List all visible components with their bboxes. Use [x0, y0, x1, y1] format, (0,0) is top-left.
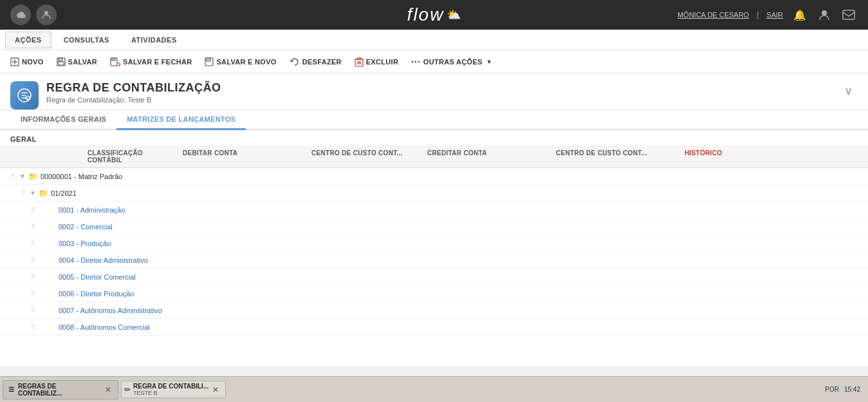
page-header: $ REGRA DE CONTABILIZAÇÃO Regra de Conta…: [0, 73, 868, 110]
table-header: CLASSIFICAÇÃO CONTÁBIL DEBITAR CONTA CEN…: [0, 146, 868, 168]
section-label: GERAL: [0, 130, 868, 146]
bell-icon[interactable]: 🔔: [791, 6, 809, 24]
tree-row-0007[interactable]: ⠿ 0007 - Autônomos Administrativo: [0, 302, 868, 319]
toolbar: NOVO SALVAR SALVAR E FECHAR SALVAR E NOV…: [0, 50, 868, 73]
outras-acoes-icon: ···: [411, 57, 421, 67]
drag-handle[interactable]: ⠿: [10, 173, 15, 180]
novo-icon: [10, 57, 19, 66]
page-icon: $: [10, 81, 39, 110]
drag-handle-9[interactable]: ⠿: [31, 323, 35, 330]
drag-handle-8[interactable]: ⠿: [31, 307, 35, 314]
tree-expand-0[interactable]: ▼: [17, 171, 28, 182]
top-bar: flow ⛅ MÔNICA DE CESARO | SAIR 🔔: [0, 0, 868, 30]
tree-text-0007[interactable]: 0007 - Autônomos Administrativo: [59, 307, 162, 314]
drag-handle-4[interactable]: ⠿: [31, 240, 35, 247]
salvar-novo-icon: [205, 57, 214, 66]
nav-consultas[interactable]: CONSULTAS: [54, 32, 119, 48]
salvar-fechar-button[interactable]: SALVAR E FECHAR: [105, 55, 197, 68]
tree-row-periodo[interactable]: ⠿ ▼ 📁 01/2021: [0, 185, 868, 202]
svg-rect-0: [44, 11, 48, 15]
nav-acoes[interactable]: AÇÕES: [5, 32, 51, 48]
salvar-fechar-label: SALVAR E FECHAR: [123, 58, 192, 66]
drag-handle-7[interactable]: ⠿: [31, 290, 35, 297]
tree-text-0005[interactable]: 0005 - Diretor Comercial: [59, 273, 136, 281]
salvar-icon: [57, 57, 66, 66]
tree-text-0008[interactable]: 0008 - Autônomos Comercial: [59, 323, 150, 331]
novo-label: NOVO: [22, 58, 44, 66]
collapse-button[interactable]: ∨: [839, 81, 858, 100]
tree-row-0002[interactable]: ⠿ 0002 - Comercial: [0, 218, 868, 235]
tree-row-0003[interactable]: ⠿ 0003 - Produção: [0, 235, 868, 252]
logo-area: flow ⛅: [407, 5, 461, 25]
salvar-fechar-icon: [110, 57, 120, 66]
tree-text-periodo: 01/2021: [51, 189, 77, 197]
outras-acoes-button[interactable]: ··· OUTRAS AÇÕES ▼: [406, 55, 497, 69]
svg-point-1: [822, 10, 827, 15]
col-header-centro-debitar: CENTRO DE CUSTO CONT...: [306, 146, 422, 168]
drag-handle-2[interactable]: ⠿: [31, 206, 35, 213]
user-profile-icon[interactable]: [815, 6, 833, 24]
page-header-left: $ REGRA DE CONTABILIZAÇÃO Regra de Conta…: [10, 81, 221, 110]
folder-parent-icon: 📁: [28, 171, 38, 182]
drag-handle-3[interactable]: ⠿: [31, 223, 35, 230]
novo-button[interactable]: NOVO: [5, 55, 49, 68]
folder-icon-periodo: 📁: [38, 188, 48, 198]
svg-rect-2: [843, 10, 854, 19]
excluir-button[interactable]: EXCLUIR: [349, 55, 403, 69]
col-header-historico: HISTÓRICO: [679, 146, 795, 168]
excluir-icon: [355, 57, 364, 67]
drag-handle-6[interactable]: ⠿: [31, 273, 35, 280]
tree-row-matriz[interactable]: ⠿ ▼ 📁 00000001 - Matriz Padrão: [0, 168, 868, 185]
col-header-classificacao: CLASSIFICAÇÃO CONTÁBIL: [10, 146, 178, 168]
drag-handle-5[interactable]: ⠿: [31, 256, 35, 263]
col-header-centro-creditar: CENTRO DE CUSTO CONT...: [551, 146, 679, 168]
tree-row-0008[interactable]: ⠿ 0008 - Autônomos Comercial: [0, 319, 868, 336]
desfazer-button[interactable]: DESFAZER: [284, 55, 347, 68]
desfazer-label: DESFAZER: [302, 58, 342, 66]
tree-row-0004[interactable]: ⠿ 0004 - Diretor Administrativo: [0, 252, 868, 269]
top-bar-icons: 🔔: [791, 6, 858, 24]
tree-row-0005[interactable]: ⠿ 0005 - Diretor Comercial: [0, 269, 868, 285]
salvar-label: SALVAR: [68, 58, 97, 66]
top-bar-left: [10, 5, 57, 25]
mail-icon[interactable]: [840, 6, 858, 24]
flow-logo: flow: [407, 5, 445, 25]
outras-acoes-label: OUTRAS AÇÕES: [423, 58, 483, 66]
col-header-creditar: CREDITAR CONTA: [422, 146, 551, 168]
page-subtitle: Regra de Contabilização: Teste B: [46, 96, 221, 104]
outras-acoes-chevron: ▼: [486, 59, 492, 65]
tree-row-0006[interactable]: ⠿ 0006 - Diretor Produção: [0, 285, 868, 302]
salvar-button[interactable]: SALVAR: [51, 55, 102, 68]
svg-text:$: $: [26, 97, 28, 100]
tab-matrizes[interactable]: MATRIZES DE LANÇAMENTOS: [116, 110, 246, 130]
tree-table: ⠿ ▼ 📁 00000001 - Matriz Padrão ⠿ ▼ 📁 01/…: [0, 168, 868, 336]
nav-atividades[interactable]: ATIVIDADES: [122, 32, 187, 48]
tree-text-0004[interactable]: 0004 - Diretor Administrativo: [59, 256, 148, 264]
svg-rect-7: [59, 58, 62, 61]
main-content: GERAL CLASSIFICAÇÃO CONTÁBIL DEBITAR CON…: [0, 130, 868, 366]
tabs-bar: INFORMAÇÕES GERAIS MATRIZES DE LANÇAMENT…: [0, 110, 868, 130]
separator: |: [757, 10, 759, 19]
cloud-icon[interactable]: [10, 5, 31, 25]
tree-text-0006[interactable]: 0006 - Diretor Produção: [59, 290, 134, 298]
tree-text-0001[interactable]: 0001 - Administração: [59, 206, 125, 214]
top-bar-right: MÔNICA DE CESARO | SAIR 🔔: [678, 6, 858, 24]
page-title: REGRA DE CONTABILIZAÇÃO: [46, 81, 221, 95]
user-link[interactable]: MÔNICA DE CESARO: [678, 11, 749, 19]
excluir-label: EXCLUIR: [366, 58, 398, 66]
drag-handle-1[interactable]: ⠿: [21, 189, 25, 196]
flow-cloud-icon: ⛅: [447, 8, 461, 22]
tree-text-0002[interactable]: 0002 - Comercial: [59, 223, 113, 231]
login-icon[interactable]: [36, 5, 57, 25]
salvar-novo-button[interactable]: SALVAR E NOVO: [199, 55, 281, 68]
tree-expand-1[interactable]: ▼: [28, 188, 38, 198]
logout-link[interactable]: SAIR: [766, 11, 783, 19]
tree-text-0003[interactable]: 0003 - Produção: [59, 240, 111, 247]
tree-text-matriz: 00000001 - Matriz Padrão: [41, 173, 122, 180]
page-title-block: REGRA DE CONTABILIZAÇÃO Regra de Contabi…: [46, 81, 221, 104]
nav-bar: AÇÕES CONSULTAS ATIVIDADES: [0, 30, 868, 50]
svg-rect-15: [207, 58, 210, 61]
tree-row-0001[interactable]: ⠿ 0001 - Administração: [0, 202, 868, 218]
salvar-novo-label: SALVAR E NOVO: [216, 58, 276, 66]
tab-info-gerais[interactable]: INFORMAÇÕES GERAIS: [10, 110, 116, 130]
